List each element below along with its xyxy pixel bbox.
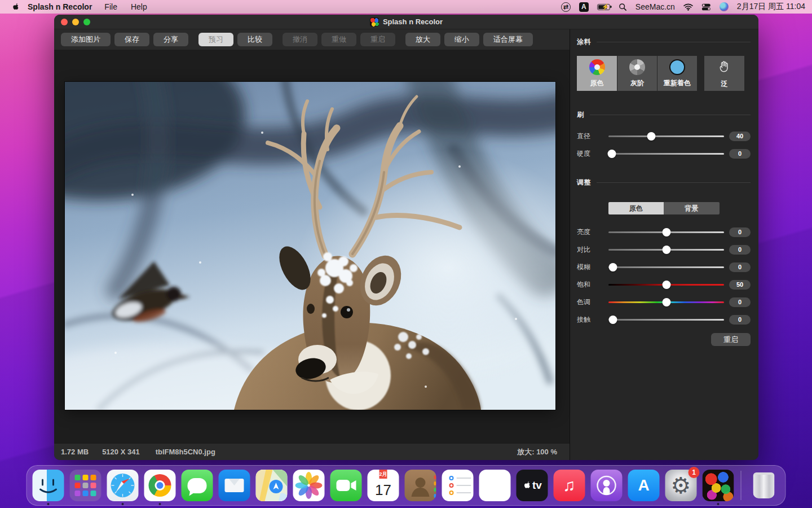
menubar-app-name: Splash n Recolor [28,2,92,11]
finder-icon [33,470,64,501]
siri-icon[interactable] [720,2,729,12]
dock-item-notes[interactable] [479,470,511,501]
zoom-out-button[interactable]: 缩小 [444,33,479,46]
input-source-icon[interactable]: A [579,2,589,12]
dock-item-calendar[interactable]: 2月 17 [368,470,399,501]
saturation-value: 50 [729,280,751,290]
apple-tv-label: tv [532,479,542,492]
touch-label: 接触 [577,315,608,325]
saturation-slider[interactable] [608,280,724,289]
switch-arrows-icon[interactable]: ⇄ [561,2,571,12]
original-color-tool[interactable]: 原色 [577,56,617,91]
contrast-label: 对比 [577,245,608,255]
recolor-tool[interactable]: 重新着色 [657,56,697,91]
tab-background[interactable]: 背景 [664,202,720,214]
trash-icon [748,470,780,501]
diameter-row: 直径 40 [577,131,751,141]
dock-item-messages[interactable] [182,470,213,501]
photos-icon [293,470,325,501]
dock-item-maps[interactable] [256,470,288,501]
compare-button[interactable]: 比较 [237,33,272,46]
touch-row: 接触 0 [577,314,751,325]
podcasts-icon [591,470,623,501]
title-bar[interactable]: Splash n Recolor [54,15,758,29]
menubar-clock[interactable]: 2月17日 周五 11:04 [737,2,805,12]
spotlight-icon[interactable] [619,2,627,12]
calendar-day: 17 [375,479,391,501]
diameter-slider[interactable] [608,132,724,141]
dock-item-mail[interactable] [219,470,250,501]
running-indicator [122,503,124,505]
app-window: Splash n Recolor 添加图片 保存 分享 预习 比较 撤消 重做 … [54,15,758,460]
wifi-icon[interactable] [683,2,693,12]
dock-item-finder[interactable] [33,470,64,501]
zoom-in-button[interactable]: 放大 [405,33,440,46]
apple-logo-icon[interactable] [11,2,20,12]
dock-item-app-store[interactable]: A [628,470,660,501]
running-indicator [717,503,720,505]
window-title: Splash n Recolor [383,17,443,26]
minimize-button[interactable] [72,19,79,25]
apple-tv-icon: tv [517,470,548,501]
brightness-slider[interactable] [608,227,724,237]
brush-title: 刷 [577,110,584,120]
launchpad-icon [70,470,102,501]
tool-label-grayscale: 灰阶 [630,78,644,88]
saturation-row: 饱和 50 [577,279,751,290]
hue-row: 色调 0 [577,297,751,307]
dock-item-facetime[interactable] [330,470,362,501]
dock-item-music[interactable]: ♫ [554,470,585,501]
image-canvas[interactable] [54,50,570,443]
adjust-reset-button[interactable]: 重启 [711,333,751,346]
menu-help[interactable]: Help [131,2,147,11]
contrast-slider[interactable] [608,245,724,254]
dock-divider [741,471,742,500]
dock-item-apple-tv[interactable]: tv [517,470,548,501]
zoom-window-button[interactable] [83,19,90,25]
pan-tool[interactable]: 泛 [704,56,744,91]
save-button[interactable]: 保存 [114,33,149,46]
menu-bar: Splash n Recolor File Help ⇄ A ⚡ SeeMac.… [0,0,812,14]
deer-photo[interactable] [65,82,555,410]
dock-item-reminders[interactable] [442,470,474,501]
undo-button[interactable]: 撤消 [283,33,317,46]
hue-slider[interactable] [608,297,724,306]
fit-screen-button[interactable]: 适合屏幕 [483,33,533,46]
restart-button[interactable]: 重启 [360,33,395,46]
battery-icon[interactable]: ⚡ [597,2,610,12]
preview-button[interactable]: 预习 [198,33,233,46]
maps-icon [256,470,288,501]
running-indicator [47,503,50,505]
touch-slider[interactable] [608,315,724,324]
menubar-domain-text[interactable]: SeeMac.cn [636,2,675,11]
file-size: 1.72 MB [61,448,89,456]
adjust-target-segmented: 原色 背景 [608,202,720,214]
dock-item-safari[interactable] [107,470,139,501]
dock-item-podcasts[interactable] [591,470,623,501]
tab-original[interactable]: 原色 [608,202,664,214]
gear-icon: ⚙ [671,472,691,498]
menu-file[interactable]: File [104,2,117,11]
blur-value: 0 [729,262,751,272]
filename: tblFM8h5CN0.jpg [156,448,215,456]
dock-item-chrome[interactable] [144,470,176,501]
hardness-slider[interactable] [608,149,724,158]
brightness-row: 亮度 0 [577,227,751,237]
tool-label-original: 原色 [590,78,604,88]
share-button[interactable]: 分享 [153,33,188,46]
dock-item-launchpad[interactable] [70,470,102,501]
add-image-button[interactable]: 添加图片 [61,33,111,46]
dock-item-splash-n-recolor[interactable] [703,470,734,501]
dock-item-photos[interactable] [293,470,325,501]
dock-item-system-preferences[interactable]: ⚙ 1 [665,470,697,501]
redo-button[interactable]: 重做 [321,33,356,46]
close-button[interactable] [61,19,68,25]
dock: 2月 17 [27,465,786,506]
dock-item-contacts[interactable] [405,470,436,501]
facetime-icon [330,470,362,501]
blur-slider[interactable] [608,262,724,271]
calendar-month: 2月 [379,470,387,479]
dock-item-trash[interactable] [748,470,780,501]
control-center-icon[interactable] [701,2,711,12]
grayscale-tool[interactable]: 灰阶 [617,56,657,91]
